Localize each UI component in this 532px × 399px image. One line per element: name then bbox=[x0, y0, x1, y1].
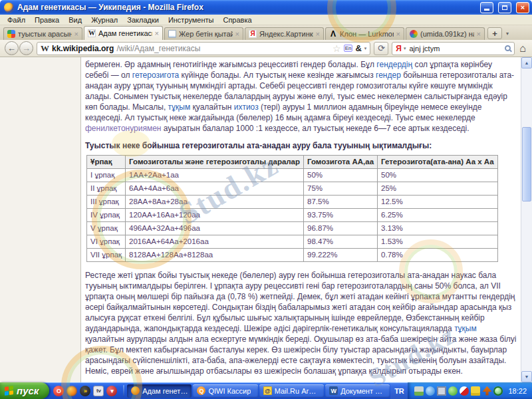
url-bar[interactable]: W kk.wikipedia.org /wiki/Адам_генетикасы… bbox=[37, 42, 370, 55]
window-titlebar: Адам генетикасы — Уикипедия - Mozilla Fi… bbox=[0, 0, 532, 15]
tab-close-icon[interactable]: × bbox=[235, 31, 239, 38]
menu-history[interactable]: Журнал bbox=[86, 16, 122, 24]
reload-button[interactable]: ⟳ bbox=[374, 42, 388, 55]
agent-status-icon[interactable] bbox=[448, 386, 458, 396]
time-sync-icon[interactable] bbox=[493, 386, 503, 396]
table-header: Гомозиготалы және гетерозиготалы даралар bbox=[126, 156, 304, 169]
table-row: VII ұрпақ8128АА+128Аа+8128аа99.222%0.78% bbox=[87, 249, 498, 262]
task-mailru-agent[interactable]: @ Mail.Ru Агент (... bbox=[259, 384, 324, 398]
new-tab-button[interactable]: + bbox=[487, 27, 502, 39]
search-box[interactable]: Я ▾ bbox=[392, 42, 515, 55]
restore-button[interactable] bbox=[498, 2, 511, 13]
search-input[interactable] bbox=[408, 44, 503, 53]
table-row: IV ұрпақ120АА+16Аа+120аа93.75%6.25% bbox=[87, 209, 498, 222]
link-phenylketonuria-visited[interactable]: фенилкетонуриямен bbox=[85, 124, 162, 133]
tab-tuystyk[interactable]: туыстык арасындағ... × bbox=[3, 27, 82, 40]
url-path: /wiki/Адам_генетикасы bbox=[116, 44, 330, 53]
forward-button[interactable]: → bbox=[19, 41, 33, 55]
firefox-icon[interactable] bbox=[66, 386, 77, 396]
link-ichthyosis[interactable]: ихтиоз bbox=[234, 102, 259, 112]
paragraph-kinship: бермеген. Әр адамның генотиігінде жағымс… bbox=[85, 59, 517, 134]
yandex-search-icon[interactable]: Я bbox=[396, 44, 402, 53]
tab-zher-betin[interactable]: Жер бетін қытай еме... × bbox=[164, 27, 243, 40]
tab-moi-mir[interactable]: (umida.091kz) на Мой ... × bbox=[406, 27, 485, 40]
menu-view[interactable]: Вид bbox=[64, 16, 86, 24]
link-gender[interactable]: гендердің bbox=[376, 60, 412, 69]
google-icon bbox=[7, 30, 15, 38]
windows-taskbar: пуск O » tv ▾ Адам генетика... Q QIWI Ка… bbox=[0, 382, 532, 399]
menu-bookmarks[interactable]: Закладки bbox=[122, 16, 164, 24]
heterozygote-probability-table: Ұрпақ Гомозиготалы және гетерозиготалы д… bbox=[86, 155, 498, 262]
tab-close-icon[interactable]: × bbox=[477, 31, 481, 38]
scrollbar-track[interactable] bbox=[521, 68, 532, 371]
menu-bar: Файл Правка Вид Журнал Закладки Инструме… bbox=[0, 15, 532, 25]
notes-icon[interactable] bbox=[471, 386, 480, 396]
vertical-scrollbar[interactable]: ▲ ▼ bbox=[521, 57, 532, 382]
task-qiwi[interactable]: Q QIWI Кассир bbox=[193, 384, 257, 398]
link-genes[interactable]: гендер bbox=[376, 70, 401, 80]
language-indicator[interactable]: TR bbox=[390, 382, 408, 399]
close-button[interactable]: × bbox=[516, 2, 529, 13]
tv-player-icon[interactable]: tv bbox=[93, 386, 104, 396]
navigation-bar: ← → W kk.wikipedia.org /wiki/Адам_генети… bbox=[0, 40, 532, 57]
system-tray: 18:22 bbox=[408, 382, 532, 399]
link-tukym[interactable]: тұқым bbox=[454, 324, 477, 333]
minimize-button[interactable] bbox=[480, 2, 493, 13]
start-button[interactable]: пуск bbox=[0, 382, 49, 399]
tab-list-dropdown-icon[interactable]: ▾ bbox=[503, 27, 512, 39]
scrollbar-thumb[interactable] bbox=[522, 127, 531, 201]
moi-mir-icon bbox=[410, 30, 418, 38]
ampersand-addon-icon[interactable]: & bbox=[355, 43, 361, 53]
addon-dropdown-icon[interactable]: ▾ bbox=[364, 46, 367, 51]
qiwi-icon: Q bbox=[197, 386, 205, 395]
link-heterozygote[interactable]: гетерозигота bbox=[132, 70, 179, 80]
document-icon bbox=[168, 30, 176, 38]
desktop-screen: Адам генетикасы — Уикипедия - Mozilla Fi… bbox=[0, 0, 532, 399]
tab-close-icon[interactable]: × bbox=[74, 31, 78, 38]
link-tukym[interactable]: тұқым bbox=[168, 102, 191, 112]
tab-lurkmore[interactable]: Λ Клон — Lurkmore × bbox=[325, 27, 404, 40]
word-icon: W bbox=[329, 386, 338, 395]
firefox-logo-icon bbox=[4, 3, 14, 13]
bookmark-star-icon[interactable]: ☆ bbox=[332, 43, 341, 54]
menu-file[interactable]: Файл bbox=[3, 16, 30, 24]
tab-adam-genetikasy-active[interactable]: W Адам генетикасы — ... × bbox=[84, 26, 163, 40]
table-row: III ұрпақ28АА+8Аа+28аа87.5%12.5% bbox=[87, 196, 498, 209]
monitor-icon[interactable] bbox=[437, 386, 446, 396]
wikipedia-article: бермеген. Әр адамның генотиігінде жағымс… bbox=[81, 57, 521, 382]
taskbar-divider bbox=[123, 385, 124, 397]
opera-icon[interactable]: O bbox=[53, 386, 64, 396]
menu-edit[interactable]: Правка bbox=[30, 16, 64, 24]
menu-help[interactable]: Справка bbox=[218, 16, 256, 24]
search-engine-dropdown-icon[interactable]: ▾ bbox=[404, 46, 406, 51]
tab-yandex-images[interactable]: Я Яндекс.Картинки: ф... × bbox=[245, 27, 324, 40]
table-header: Гетерозигота(ата-ана) Аа х Аа bbox=[378, 156, 498, 169]
task-firefox[interactable]: Адам генетика... bbox=[127, 384, 192, 398]
quick-launch: O » tv ▾ bbox=[49, 386, 121, 396]
safely-remove-arrow-icon[interactable] bbox=[482, 386, 491, 396]
scroll-up-icon[interactable]: ▲ bbox=[521, 57, 532, 68]
taskbar-clock[interactable]: 18:22 bbox=[508, 387, 527, 395]
table-row: V ұрпақ496АА+32Аа+496аа96.87%3.13% bbox=[87, 222, 498, 235]
network-globe-icon[interactable] bbox=[426, 386, 435, 396]
home-button[interactable]: ⌂ bbox=[518, 43, 527, 55]
table-caption-text: Туыстык неке бойынша гетерозиготалы ата-… bbox=[85, 140, 517, 151]
menu-tools[interactable]: Инструменты bbox=[164, 16, 219, 24]
table-row: I ұрпақ1АА+2Аа+1аа50%50% bbox=[87, 169, 498, 182]
printer-icon[interactable] bbox=[414, 386, 424, 396]
tab-close-icon[interactable]: × bbox=[155, 30, 159, 37]
search-icon[interactable] bbox=[505, 45, 511, 51]
translate-icon[interactable]: En bbox=[344, 45, 353, 52]
table-row: II ұрпақ6АА+4Аа+6аа75%25% bbox=[87, 182, 498, 196]
site-favicon-wikipedia: W bbox=[41, 43, 49, 54]
tab-close-icon[interactable]: × bbox=[316, 31, 320, 38]
download-manager-icon[interactable]: ▾ bbox=[106, 386, 117, 396]
scroll-down-icon[interactable]: ▼ bbox=[521, 371, 532, 382]
tab-close-icon[interactable]: × bbox=[396, 31, 400, 38]
task-word-document[interactable]: W Документ 1 - Mi... bbox=[325, 384, 390, 398]
antivirus-shield-icon[interactable] bbox=[460, 386, 469, 396]
wikipedia-icon: W bbox=[88, 29, 96, 37]
back-button[interactable]: ← bbox=[5, 41, 19, 55]
daemon-tools-icon[interactable]: » bbox=[80, 386, 90, 396]
table-header: Ұрпақ bbox=[87, 156, 126, 169]
